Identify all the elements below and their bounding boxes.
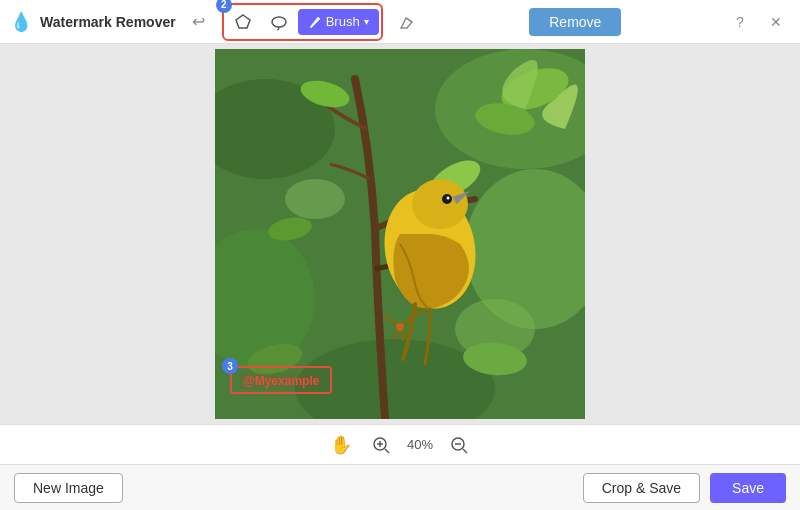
footer: New Image Crop & Save Save [0,464,800,510]
tool-group: 2 Brush ▾ [222,3,383,41]
bird-image-svg [215,49,585,419]
pan-tool-button[interactable]: ✋ [327,431,355,459]
svg-point-8 [285,179,345,219]
close-button[interactable]: ✕ [762,8,790,36]
zoom-level: 40% [407,437,433,452]
svg-point-20 [447,197,450,200]
image-canvas[interactable]: 3 @Myexample [215,49,585,419]
svg-line-23 [385,449,389,453]
titlebar-left: 💧 Watermark Remover ↩ 2 [10,3,425,41]
app-title: Watermark Remover [40,14,176,30]
brush-chevron: ▾ [364,16,369,27]
brush-tool-button[interactable]: Brush ▾ [298,9,379,35]
save-button[interactable]: Save [710,473,786,503]
new-image-button[interactable]: New Image [14,473,123,503]
crop-save-button[interactable]: Crop & Save [583,473,700,503]
watermark-selection[interactable]: 3 @Myexample [230,366,332,394]
undo-button[interactable]: ↩ [184,7,214,37]
svg-line-27 [463,449,467,453]
remove-button[interactable]: Remove [529,8,621,36]
footer-right-actions: Crop & Save Save [583,473,786,503]
zoom-bar: ✋ 40% [0,424,800,464]
main-canvas-area: 3 @Myexample [0,44,800,424]
app-icon: 💧 [10,11,32,33]
titlebar-right: ? ✕ [726,8,790,36]
svg-marker-0 [236,15,250,28]
help-button[interactable]: ? [726,8,754,36]
lasso-tool-button[interactable] [262,7,296,37]
svg-point-18 [412,179,468,229]
erase-tool-button[interactable] [391,7,425,37]
zoom-out-button[interactable] [445,431,473,459]
svg-point-21 [396,323,404,331]
polygon-tool-button[interactable] [226,7,260,37]
titlebar-center: Remove [529,8,621,36]
zoom-in-button[interactable] [367,431,395,459]
brush-label: Brush [326,14,360,29]
watermark-text: @Myexample [240,373,322,389]
titlebar: 💧 Watermark Remover ↩ 2 [0,0,800,44]
watermark-badge: 3 [222,358,238,374]
svg-point-1 [272,17,286,27]
